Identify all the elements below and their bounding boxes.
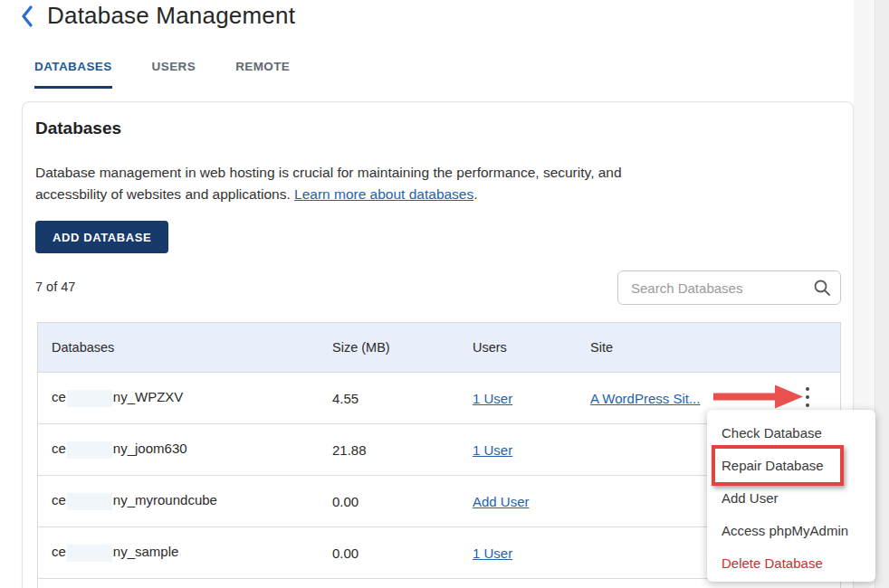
menu-item-repair-database[interactable]: Repair Database <box>707 449 875 481</box>
col-header-databases: Databases <box>38 340 332 355</box>
users-link[interactable]: 1 User <box>473 442 512 458</box>
redacted-text <box>67 441 112 459</box>
tab-remote[interactable]: REMOTE <box>235 60 290 89</box>
page-title: Database Management <box>47 2 295 30</box>
redacted-text <box>67 493 112 510</box>
database-size: 0.00 <box>332 545 473 561</box>
add-user-link[interactable]: Add User <box>473 494 530 509</box>
redacted-text <box>67 545 112 562</box>
row-actions-kebab-icon[interactable] <box>798 383 817 412</box>
description-period: . <box>473 186 477 202</box>
table-header-row: Databases Size (MB) Users Site <box>38 323 840 373</box>
row-context-menu: Check Database Repair Database Add User … <box>707 410 875 582</box>
tab-bar: DATABASES USERS REMOTE <box>34 60 290 89</box>
database-name: ceny_joom630 <box>38 441 332 459</box>
database-name: ceny_myroundcube <box>38 492 332 510</box>
tab-users[interactable]: USERS <box>152 60 196 89</box>
col-header-size: Size (MB) <box>332 340 473 355</box>
database-name: ceny_WPZXV <box>38 389 332 407</box>
card-title: Databases <box>35 119 121 138</box>
database-size: 21.88 <box>332 442 473 458</box>
scrollbar[interactable] <box>875 0 889 588</box>
card-description: Database management in web hosting is cr… <box>35 162 723 205</box>
database-size: 0.00 <box>332 494 473 509</box>
search-box <box>617 270 841 305</box>
result-count: 7 of 47 <box>35 280 75 294</box>
menu-item-access-phpmyadmin[interactable]: Access phpMyAdmin <box>707 514 875 546</box>
add-database-button[interactable]: ADD DATABASE <box>35 221 168 253</box>
database-name: ceny_sample <box>38 544 332 562</box>
redacted-text <box>67 390 112 407</box>
description-line2: accessbility of websites and application… <box>35 186 294 202</box>
col-header-users: Users <box>473 340 590 355</box>
menu-item-delete-database[interactable]: Delete Database <box>707 546 875 579</box>
page-header: Database Management <box>18 2 295 30</box>
col-header-site: Site <box>590 340 770 355</box>
search-icon[interactable] <box>813 279 831 297</box>
menu-item-add-user[interactable]: Add User <box>707 481 875 514</box>
database-size: 4.55 <box>332 391 473 406</box>
description-line1: Database management in web hosting is cr… <box>35 165 622 180</box>
tab-databases[interactable]: DATABASES <box>34 60 112 89</box>
menu-item-check-database[interactable]: Check Database <box>707 416 875 449</box>
learn-more-link[interactable]: Learn more about databases <box>294 186 473 202</box>
users-link[interactable]: 1 User <box>473 545 512 561</box>
site-link[interactable]: A WordPress Sit... <box>590 391 700 406</box>
search-input[interactable] <box>617 270 841 305</box>
back-chevron-icon[interactable] <box>18 5 36 28</box>
users-link[interactable]: 1 User <box>473 391 512 406</box>
